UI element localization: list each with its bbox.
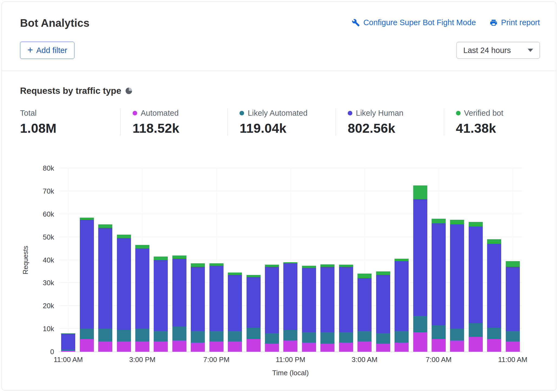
likely-automated-segment [395, 331, 409, 343]
y-axis-title-wrap: Requests [20, 168, 31, 352]
stacked-bar [98, 168, 112, 352]
section-title: Requests by traffic type [20, 86, 121, 96]
likely-human-segment [98, 228, 112, 329]
analytics-body: Requests by traffic type Total1.08MAutom… [2, 71, 556, 377]
verified-bot-segment [506, 261, 520, 267]
legend-dot [456, 111, 461, 115]
stacked-bar [265, 168, 279, 352]
bar-column[interactable] [152, 168, 170, 352]
y-tick-label: 20k [43, 302, 54, 310]
stacked-bar [450, 168, 464, 352]
stat-value: 41.38k [456, 121, 540, 136]
header: Bot Analytics Configure Super Bot Fight … [2, 2, 556, 71]
likely-human-segment [432, 223, 446, 325]
bar-column[interactable] [318, 168, 337, 352]
verified-bot-segment [376, 271, 390, 275]
likely-automated-segment [376, 333, 390, 344]
stacked-bar [432, 168, 446, 352]
stat-top: Verified bot [456, 108, 540, 118]
bar-column[interactable] [448, 168, 466, 352]
likely-automated-segment [80, 329, 94, 339]
bar-column[interactable] [170, 168, 189, 352]
bar-column[interactable] [133, 168, 152, 352]
likely-human-segment [469, 227, 483, 323]
likely-human-segment [61, 334, 75, 350]
bar-column[interactable] [411, 168, 429, 352]
bar-column[interactable] [355, 168, 374, 352]
automated-segment [376, 344, 390, 352]
stat-likely-human[interactable]: Likely Human802.56k [336, 108, 444, 136]
stats-row: Total1.08MAutomated118.52kLikely Automat… [20, 108, 540, 136]
automated-segment [135, 341, 149, 352]
stat-automated[interactable]: Automated118.52k [120, 108, 228, 136]
likely-automated-segment [247, 328, 261, 339]
bar-column[interactable] [263, 168, 281, 352]
stacked-bar [487, 168, 501, 352]
bar-column[interactable] [281, 168, 300, 352]
chart-plot: 010k20k30k40k50k60k70k80k11:00 AM3:00 PM… [59, 168, 522, 352]
print-link-label: Print report [501, 18, 540, 27]
bar-column[interactable] [189, 168, 207, 352]
bar-column[interactable] [485, 168, 503, 352]
likely-human-segment [247, 277, 261, 328]
stat-likely-automated[interactable]: Likely Automated119.04k [227, 108, 336, 136]
requests-chart: Requests 010k20k30k40k50k60k70k80k11:00 … [20, 168, 540, 377]
bar-column[interactable] [467, 168, 485, 352]
likely-human-segment [357, 278, 372, 331]
bar-column[interactable] [392, 168, 411, 352]
bar-column[interactable] [59, 168, 77, 352]
bars-layer [59, 168, 522, 352]
automated-segment [172, 340, 186, 352]
x-tick-label: 3:00 AM [352, 356, 378, 364]
bar-column[interactable] [337, 168, 355, 352]
x-tick-label: 7:00 AM [426, 356, 451, 364]
likely-automated-segment [172, 327, 186, 340]
configure-super-bot-fight-mode-link[interactable]: Configure Super Bot Fight Mode [352, 18, 476, 27]
bot-analytics-card: Bot Analytics Configure Super Bot Fight … [2, 2, 556, 390]
bar-column[interactable] [77, 168, 96, 352]
bar-column[interactable] [429, 168, 448, 352]
stacked-bar [506, 168, 520, 352]
time-range-select[interactable]: Last 24 hours [457, 42, 540, 59]
likely-automated-segment [320, 332, 334, 344]
bar-column[interactable] [207, 168, 226, 352]
bar-column[interactable] [96, 168, 114, 352]
automated-segment [469, 337, 483, 352]
bar-column[interactable] [226, 168, 244, 352]
automated-segment [339, 343, 353, 352]
stat-value: 119.04k [239, 121, 336, 136]
likely-automated-segment [302, 332, 316, 343]
likely-automated-segment [135, 329, 149, 341]
header-top-row: Bot Analytics Configure Super Bot Fight … [20, 17, 540, 29]
verified-bot-segment [320, 264, 334, 267]
bar-column[interactable] [300, 168, 318, 352]
likely-human-segment [487, 244, 501, 328]
stat-top: Likely Human [348, 108, 444, 118]
stat-verified-bot[interactable]: Verified bot41.38k [444, 108, 540, 136]
add-filter-button[interactable]: + Add filter [20, 42, 74, 59]
bar-column[interactable] [244, 168, 262, 352]
stat-total[interactable]: Total1.08M [20, 108, 120, 136]
stacked-bar [228, 168, 242, 352]
y-tick-label: 10k [43, 325, 54, 333]
stacked-bar [339, 168, 353, 352]
verified-bot-segment [80, 218, 94, 220]
likely-human-segment [320, 267, 334, 332]
likely-human-segment [154, 260, 168, 331]
print-report-link[interactable]: Print report [490, 18, 540, 27]
verified-bot-segment [209, 263, 224, 265]
y-axis-title: Requests [22, 246, 29, 274]
bar-column[interactable] [114, 168, 133, 352]
stacked-bar [302, 168, 316, 352]
verified-bot-segment [228, 273, 242, 275]
stat-value: 118.52k [133, 121, 228, 136]
y-tick-label: 50k [43, 233, 54, 241]
likely-automated-segment [469, 323, 483, 337]
bar-column[interactable] [504, 168, 522, 352]
likely-automated-segment [154, 331, 168, 341]
likely-automated-segment [432, 325, 446, 339]
add-filter-label: Add filter [36, 46, 67, 55]
automated-segment [154, 341, 168, 352]
verified-bot-segment [339, 265, 353, 267]
bar-column[interactable] [374, 168, 392, 352]
